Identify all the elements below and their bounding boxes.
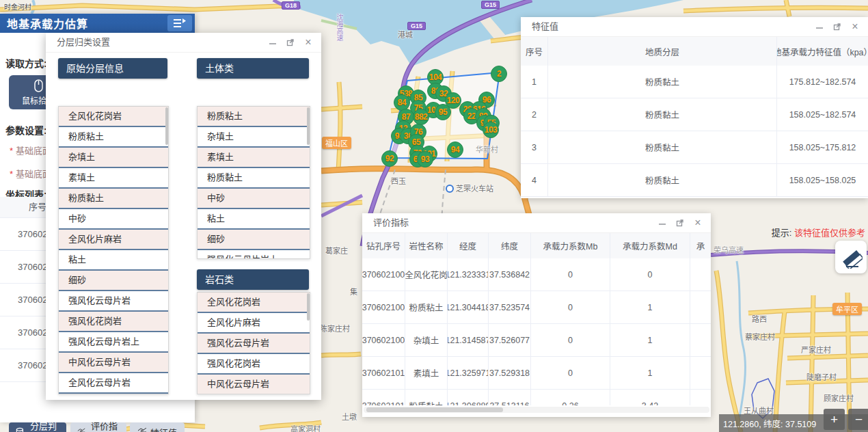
zoom-out-button[interactable]: − <box>848 409 868 430</box>
close-icon[interactable]: × <box>303 38 313 47</box>
minimize-icon[interactable] <box>657 218 667 228</box>
read-mode-label: 读取方式: <box>5 56 47 70</box>
soil-item[interactable]: 粉质粘土 <box>198 107 310 127</box>
minimize-icon[interactable] <box>815 22 824 31</box>
maximize-icon[interactable] <box>832 22 842 31</box>
mouse-icon <box>34 79 43 92</box>
param-item: *基础底面 <box>10 144 51 157</box>
dialog-titlebar: 分层归类设置 × <box>46 33 321 53</box>
soil-item[interactable]: 粉质黏土 <box>198 168 310 189</box>
map-label: 西玉 <box>391 175 406 186</box>
rock-item[interactable]: 全风化片麻岩 <box>198 313 310 334</box>
eraser-button[interactable] <box>835 241 867 273</box>
scrollbar-track[interactable] <box>364 407 709 413</box>
borehole-marker[interactable]: 95 <box>435 104 451 120</box>
layer-item[interactable]: 杂填土 <box>59 148 168 168</box>
map-label: 荣乌高速 <box>714 244 744 255</box>
table-row: 370602101 素填土 121.325971 37.529318 0 1 <box>362 357 711 390</box>
hint-text: 提示: 该特征值仅供参考 <box>772 226 865 239</box>
layer-item[interactable]: 强风化云母片岩 <box>59 291 168 312</box>
maximize-icon[interactable] <box>286 38 295 47</box>
database-icon <box>16 427 24 432</box>
map-label: 路西 <box>752 313 767 324</box>
eigenvalue-table-header: 序号 地质分层 地基承载力特征值（kpa） <box>521 37 868 66</box>
borehole-marker[interactable]: 92 <box>381 150 398 167</box>
horizontal-scrollbar <box>362 405 711 417</box>
layer-item[interactable]: 细砂 <box>59 271 168 291</box>
borehole-marker[interactable]: 103 <box>483 122 499 138</box>
eval-index-button[interactable]: 评价指标 <box>70 422 126 432</box>
table-row: 370602100 全风化花岗 121.323331 37.536842 0 0 <box>362 258 711 291</box>
layer-item[interactable]: 粉质黏土 <box>59 189 168 209</box>
layer-item[interactable]: 中风化云母片岩 <box>59 353 168 373</box>
map-label: G18 <box>282 1 300 10</box>
hint-warning: 该特征值仅供参考 <box>794 228 865 238</box>
required-asterisk: * <box>10 169 13 179</box>
app-titlebar: 地基承载力估算 <box>0 14 195 33</box>
borehole-marker[interactable]: 94 <box>447 141 463 158</box>
rock-item[interactable]: 中风化云母片岩 <box>198 375 310 394</box>
map-label: 集 <box>350 286 357 297</box>
param-label: 参数设置: <box>5 123 47 137</box>
map-label: 高家洞村 <box>290 423 321 432</box>
map-label: 福山区 <box>322 137 351 149</box>
table-row: 4 粉质黏土 158.025~158.025 <box>521 164 868 197</box>
original-layers-list: 全风化花岗岩粉质粘土杂填土素填土粉质黏土中砂全风化片麻岩粘土细砂强风化云母片岩强… <box>58 106 169 394</box>
scrollbar-thumb[interactable] <box>307 293 310 321</box>
scrollbar-thumb[interactable] <box>366 407 503 412</box>
scrollbar-thumb[interactable] <box>165 107 168 145</box>
layer-judge-button[interactable]: 分层判断 <box>9 422 66 432</box>
eigenvalue-title: 特征值 <box>532 21 558 31</box>
scrollbar-thumb[interactable] <box>307 107 310 145</box>
maximize-icon[interactable] <box>675 218 685 228</box>
zoom-in-button[interactable]: + <box>824 409 845 430</box>
soil-item[interactable]: 强风化云母片岩上 <box>198 250 310 259</box>
map-label: 时金河村 <box>4 1 31 12</box>
soil-item[interactable]: 细砂 <box>198 230 310 250</box>
soil-item[interactable]: 粘土 <box>198 209 310 230</box>
layer-item[interactable]: 强风化花岗岩 <box>59 312 168 332</box>
table-row: 370602100 粉质粘土 121.304418 37.523574 0 1 <box>362 291 711 324</box>
layer-item[interactable]: 强风化云母片岩上 <box>59 332 168 353</box>
layer-item[interactable]: 全风化花岗岩 <box>59 107 168 127</box>
borehole-marker[interactable]: 882 <box>413 109 429 125</box>
layer-item[interactable]: 粉质粘土 <box>59 127 168 148</box>
map-label: 港城 <box>398 29 413 40</box>
eigen-value-button[interactable]: 特征值 <box>130 422 185 432</box>
layer-item[interactable]: 中砂 <box>59 209 168 230</box>
map-label: 芝罘火车站 <box>446 183 493 193</box>
evaluation-title: 评价指标 <box>373 217 409 228</box>
map-label: 顾家庄村 <box>824 392 854 403</box>
table-row: 2 粉质黏土 158.025~182.574 <box>521 98 868 131</box>
evaluation-table-body: 370602100 全风化花岗 121.323331 37.536842 0 0… <box>362 258 711 417</box>
layer-item[interactable]: 素填土 <box>59 168 168 189</box>
soil-item[interactable]: 素填土 <box>198 148 310 168</box>
soil-item[interactable]: 杂填土 <box>198 127 310 148</box>
menu-button[interactable] <box>167 15 192 31</box>
close-icon[interactable]: × <box>850 22 860 31</box>
evaluation-table-header: 钻孔序号 岩性名称 经度 纬度 承载力系数Mb 承载力系数Md 承 <box>362 233 711 258</box>
rock-item[interactable]: 强风化云母片岩 <box>198 334 310 354</box>
coordinate-statusbar: 121.2860, 纬度: 37.5109 <box>719 414 868 432</box>
classification-dialog: 分层归类设置 × 原始分层信息 全风化花岗岩粉质粘土杂填土素填土粉质黏土中砂全风… <box>46 33 321 400</box>
close-icon[interactable]: × <box>693 218 703 228</box>
layer-item[interactable]: 全风化片麻岩 <box>59 230 168 250</box>
rock-item[interactable]: 强风化花岗岩 <box>198 354 310 375</box>
layer-item[interactable]: 全风化云母片岩 <box>59 373 168 394</box>
layer-item[interactable]: 粘土 <box>59 250 168 271</box>
rock-item[interactable]: 全风化花岗岩 <box>198 293 310 313</box>
borehole-marker[interactable]: 93 <box>417 151 433 167</box>
original-layers-header: 原始分层信息 <box>58 58 167 79</box>
map-label: G15 <box>481 1 500 9</box>
borehole-marker[interactable]: 2 <box>491 66 507 82</box>
map-label: 严家庄村 <box>801 344 831 355</box>
dialog-title: 分层归类设置 <box>57 37 110 47</box>
menu-icon <box>173 18 187 28</box>
map-label: 土墩 <box>342 411 357 422</box>
param-item: *基础底面 <box>10 167 51 180</box>
soil-item[interactable]: 中砂 <box>198 189 310 209</box>
eigenvalue-titlebar: 特征值 × <box>521 17 868 37</box>
map-label: 陈家庄村 <box>320 323 350 334</box>
minimize-icon[interactable] <box>268 38 277 47</box>
chart-icon <box>77 428 85 432</box>
